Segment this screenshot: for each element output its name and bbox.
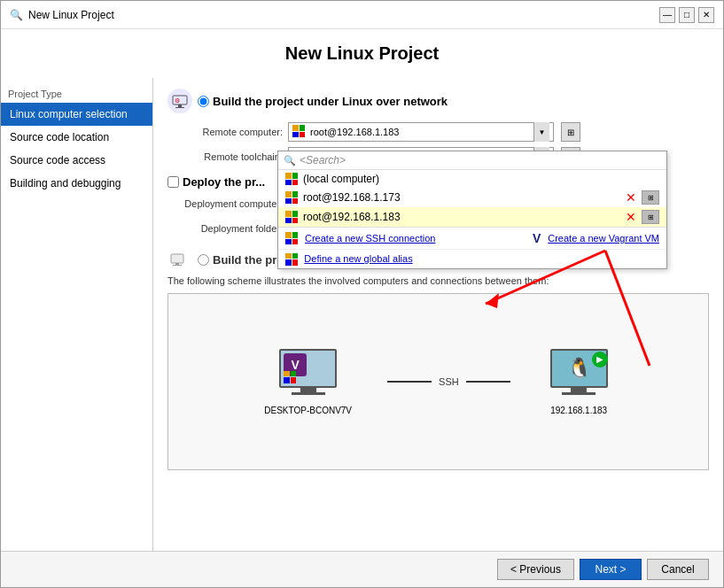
close-button[interactable]: ✕ bbox=[698, 7, 714, 23]
sidebar-section-label: Project Type bbox=[1, 85, 152, 103]
dropdown-popup: 🔍 <Search> (local computer) bbox=[277, 151, 667, 269]
next-button[interactable]: Next > bbox=[580, 559, 642, 580]
deployment-folder-label: Deployment folder: bbox=[167, 223, 283, 234]
build-network-icon: ⚙ bbox=[167, 89, 192, 113]
define-alias-row: Define a new global alias bbox=[278, 249, 666, 268]
remote-computer-value: root@192.168.1.183 bbox=[310, 127, 533, 137]
window-title: New Linux Project bbox=[28, 9, 114, 21]
dropdown-host1-delete[interactable]: ✕ bbox=[626, 190, 636, 205]
svg-rect-1 bbox=[178, 104, 182, 107]
window: 🔍 New Linux Project — □ ✕ New Linux Proj… bbox=[0, 0, 724, 588]
net-logo-icon1 bbox=[285, 191, 298, 204]
dropdown-host1-browse[interactable]: ⊞ bbox=[642, 190, 659, 205]
svg-rect-6 bbox=[173, 265, 182, 266]
dropdown-host2-delete[interactable]: ✕ bbox=[626, 210, 636, 224]
svg-rect-2 bbox=[175, 107, 184, 108]
local-computer-label: DESKTOP-BCONV7V bbox=[264, 406, 352, 415]
sidebar-item-linux-computer-selection[interactable]: Linux computer selection bbox=[1, 103, 152, 126]
dropdown-item-local[interactable]: (local computer) bbox=[278, 170, 666, 188]
remote-computer-label: 192.168.1.183 bbox=[550, 406, 607, 415]
deploy-label: Deploy the pr... bbox=[183, 175, 265, 189]
sidebar-item-source-code-location[interactable]: Source code location bbox=[1, 126, 152, 149]
deployment-computer-label: Deployment computer: bbox=[167, 198, 283, 209]
build-network-section-header: ⚙ Build the project under Linux over net… bbox=[167, 89, 709, 113]
dropdown-host2-label: root@192.168.1.183 bbox=[303, 211, 401, 223]
minimize-button[interactable]: — bbox=[659, 7, 675, 23]
dropdown-host1-label: root@192.168.1.173 bbox=[303, 191, 401, 204]
remote-computer-input[interactable]: root@192.168.1.183 ▼ bbox=[288, 122, 554, 142]
diagram-area: V DESKTOP-BCONV7V bbox=[167, 293, 709, 470]
define-alias-link[interactable]: Define a new global alias bbox=[304, 253, 412, 264]
dropdown-item-host2[interactable]: root@192.168.1.183 ✕ ⊞ bbox=[278, 207, 666, 227]
create-ssh-row: Create a new SSH connection V Create a n… bbox=[278, 227, 666, 249]
maximize-button[interactable]: □ bbox=[679, 7, 695, 23]
content-area: Project Type Linux computer selection So… bbox=[1, 78, 723, 551]
svg-text:⚙: ⚙ bbox=[175, 97, 180, 104]
dropdown-search-placeholder[interactable]: <Search> bbox=[300, 154, 346, 166]
net-logo-icon2 bbox=[285, 211, 298, 223]
main-content: ⚙ Build the project under Linux over net… bbox=[153, 78, 723, 551]
dropdown-local-label: (local computer) bbox=[303, 173, 379, 185]
vagrant-v-icon: V bbox=[533, 231, 541, 245]
bottom-bar: < Previous Next > Cancel bbox=[1, 551, 723, 587]
cancel-button[interactable]: Cancel bbox=[647, 559, 709, 580]
remote-computer-row: Remote computer: root@192.168.1.183 ▼ ⊞ bbox=[167, 122, 709, 142]
dropdown-host2-browse[interactable]: ⊞ bbox=[642, 210, 659, 224]
win-logo-icon bbox=[285, 173, 298, 185]
create-ssh-link[interactable]: Create a new SSH connection bbox=[305, 233, 435, 244]
sidebar: Project Type Linux computer selection So… bbox=[1, 78, 153, 551]
title-bar: 🔍 New Linux Project — □ ✕ bbox=[1, 1, 723, 29]
previous-button[interactable]: < Previous bbox=[497, 559, 574, 580]
svg-rect-4 bbox=[171, 254, 183, 263]
build-crosscompiler-radio[interactable] bbox=[198, 254, 209, 266]
remote-computer-browse-btn[interactable]: ⊞ bbox=[561, 122, 580, 142]
search-icon: 🔍 bbox=[284, 155, 296, 166]
deploy-checkbox[interactable] bbox=[167, 176, 179, 188]
remote-computer-dropdown-arrow[interactable]: ▼ bbox=[533, 122, 549, 142]
remote-computer-diagram: 🐧 ▶ 192.168.1.183 bbox=[546, 349, 612, 415]
build-crosscompiler-icon bbox=[167, 247, 192, 272]
sidebar-item-building-and-debugging[interactable]: Building and debugging bbox=[1, 172, 152, 195]
svg-rect-5 bbox=[175, 263, 179, 265]
create-vagrant-link[interactable]: Create a new Vagrant VM bbox=[548, 233, 659, 244]
build-network-label: Build the project under Linux over netwo… bbox=[213, 95, 448, 108]
ssh-connection-line: SSH bbox=[387, 376, 510, 387]
page-title: New Linux Project bbox=[1, 29, 723, 78]
window-icon: 🔍 bbox=[10, 9, 23, 21]
sidebar-item-source-code-access[interactable]: Source code access bbox=[1, 149, 152, 172]
build-network-radio[interactable] bbox=[198, 96, 209, 107]
ssh-label: SSH bbox=[439, 376, 459, 387]
dropdown-item-host1[interactable]: root@192.168.1.173 ✕ ⊞ bbox=[278, 188, 666, 207]
remote-toolchain-label: Remote toolchain: bbox=[167, 151, 283, 162]
remote-computer-label: Remote computer: bbox=[167, 127, 283, 137]
dropdown-search-row: 🔍 <Search> bbox=[278, 151, 666, 170]
local-computer-diagram: V DESKTOP-BCONV7V bbox=[264, 349, 352, 415]
description-text: The following scheme illustrates the inv… bbox=[167, 275, 709, 286]
